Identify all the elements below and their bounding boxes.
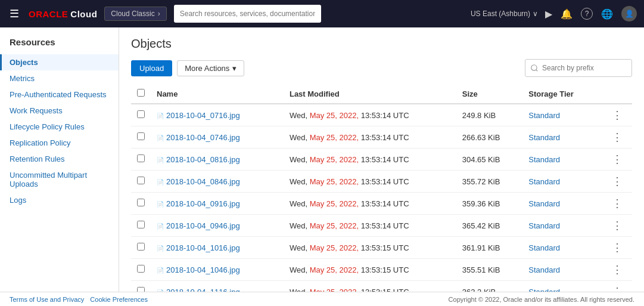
row-checkbox[interactable] — [137, 287, 145, 292]
storage-tier: Standard — [522, 215, 602, 237]
row-checkbox[interactable] — [137, 199, 145, 206]
row-actions-button[interactable]: ⋮ — [608, 130, 626, 144]
more-actions-button[interactable]: More Actions ▾ — [177, 60, 244, 76]
tier-value: Standard — [528, 133, 560, 142]
file-name-link[interactable]: 2018-10-04_0716.jpg — [166, 111, 240, 120]
footer: Terms of Use and Privacy Cookie Preferen… — [0, 292, 644, 306]
sidebar-item-replication[interactable]: Replication Policy — [0, 135, 119, 151]
tier-value: Standard — [528, 111, 560, 120]
dropdown-arrow-icon: ▾ — [232, 64, 237, 73]
row-actions-button[interactable]: ⋮ — [608, 108, 626, 122]
row-checkbox[interactable] — [137, 265, 145, 273]
search-prefix-input[interactable] — [525, 59, 632, 77]
cloud-classic-pill[interactable]: Cloud Classic › — [104, 7, 166, 21]
row-checkbox[interactable] — [137, 154, 145, 162]
row-actions-button[interactable]: ⋮ — [608, 285, 626, 292]
table-header-row: Name Last Modified Size Storage Tier — [131, 84, 632, 104]
modified-prefix: Wed, — [290, 111, 310, 120]
table-row: 📄2018-10-04_0946.jpgWed, May 25, 2022, 1… — [131, 215, 632, 237]
top-nav: ☰ ORACLE Cloud Cloud Classic › US East (… — [0, 0, 644, 27]
file-name-link[interactable]: 2018-10-04_1016.jpg — [166, 243, 240, 252]
language-icon[interactable]: 🌐 — [601, 8, 613, 20]
modified-time: 13:53:14 UTC — [359, 111, 409, 120]
file-name-link[interactable]: 2018-10-04_0916.jpg — [166, 199, 240, 208]
sidebar-item-metrics[interactable]: Metrics — [0, 70, 119, 86]
storage-tier: Standard — [522, 171, 602, 193]
help-icon[interactable]: ? — [581, 8, 593, 20]
file-name-link[interactable]: 2018-10-04_0816.jpg — [166, 155, 240, 164]
sidebar-item-pre-auth[interactable]: Pre-Authenticated Requests — [0, 86, 119, 103]
storage-tier: Standard — [522, 193, 602, 215]
page-title: Objects — [131, 37, 632, 51]
row-actions-button[interactable]: ⋮ — [608, 196, 626, 211]
sidebar-item-uncommitted[interactable]: Uncommitted Multipart Uploads — [0, 167, 119, 192]
row-checkbox[interactable] — [137, 221, 145, 228]
main-layout: Resources Objects Metrics Pre-Authentica… — [0, 27, 644, 292]
hamburger-icon[interactable]: ☰ — [7, 5, 21, 23]
file-icon: 📄 — [157, 201, 164, 208]
file-size: 361.91 KiB — [456, 237, 522, 259]
col-header-name: Name — [151, 84, 284, 104]
tier-value: Standard — [528, 177, 560, 186]
modified-prefix: Wed, — [290, 265, 310, 274]
file-size: 304.65 KiB — [456, 149, 522, 171]
file-icon: 📄 — [157, 113, 164, 119]
file-icon: 📄 — [157, 157, 164, 163]
sidebar-item-retention[interactable]: Retention Rules — [0, 151, 119, 167]
modified-date: May 25, 2022, — [310, 221, 359, 230]
cookie-link[interactable]: Cookie Preferences — [90, 296, 148, 303]
select-all-checkbox[interactable] — [137, 89, 145, 97]
file-name-link[interactable]: 2018-10-04_0746.jpg — [166, 133, 240, 142]
col-header-size: Size — [456, 84, 522, 104]
file-icon: 📄 — [157, 245, 164, 252]
table-row: 📄2018-10-04_1016.jpgWed, May 25, 2022, 1… — [131, 237, 632, 259]
modified-prefix: Wed, — [290, 288, 310, 292]
modified-time: 13:53:14 UTC — [359, 221, 409, 230]
row-actions-button[interactable]: ⋮ — [608, 152, 626, 166]
modified-date: May 25, 2022, — [310, 177, 359, 186]
region-selector[interactable]: US East (Ashburn) ∨ — [471, 10, 538, 18]
nav-icon-group: ▶ 🔔 ? 🌐 👤 — [545, 6, 637, 21]
file-name-link[interactable]: 2018-10-04_0846.jpg — [166, 177, 240, 186]
cloud-shell-icon[interactable]: ▶ — [545, 8, 552, 20]
avatar[interactable]: 👤 — [621, 6, 637, 21]
file-name-link[interactable]: 2018-10-04_1046.jpg — [166, 265, 240, 274]
tier-value: Standard — [528, 155, 560, 164]
table-row: 📄2018-10-04_0746.jpgWed, May 25, 2022, 1… — [131, 126, 632, 149]
storage-tier: Standard — [522, 259, 602, 281]
sidebar-item-lifecycle[interactable]: Lifecycle Policy Rules — [0, 119, 119, 135]
sidebar-item-logs[interactable]: Logs — [0, 192, 119, 208]
terms-link[interactable]: Terms of Use and Privacy — [10, 296, 84, 303]
col-header-tier: Storage Tier — [522, 84, 602, 104]
row-checkbox[interactable] — [137, 243, 145, 251]
global-search-input[interactable] — [174, 5, 321, 23]
notifications-icon[interactable]: 🔔 — [561, 8, 573, 20]
row-actions-button[interactable]: ⋮ — [608, 262, 626, 277]
row-checkbox[interactable] — [137, 132, 145, 140]
row-actions-button[interactable]: ⋮ — [608, 174, 626, 188]
tier-value: Standard — [528, 221, 560, 230]
upload-button[interactable]: Upload — [131, 60, 172, 76]
main-content: Objects Upload More Actions ▾ Name Last … — [119, 27, 644, 292]
storage-tier: Standard — [522, 149, 602, 171]
tier-value: Standard — [528, 265, 560, 274]
file-size: 249.8 KiB — [456, 104, 522, 126]
col-header-actions — [602, 84, 632, 104]
file-name-link[interactable]: 2018-10-04_0946.jpg — [166, 221, 240, 230]
modified-time: 13:53:14 UTC — [359, 155, 409, 164]
file-name-link[interactable]: 2018-10-04_1116.jpg — [166, 288, 240, 292]
modified-time: 13:53:14 UTC — [359, 133, 409, 142]
row-checkbox[interactable] — [137, 110, 145, 118]
row-actions-button[interactable]: ⋮ — [608, 240, 626, 255]
storage-tier: Standard — [522, 126, 602, 149]
region-chevron-icon: ∨ — [533, 10, 538, 18]
modified-prefix: Wed, — [290, 177, 310, 186]
row-checkbox[interactable] — [137, 177, 145, 184]
sidebar-item-work-requests[interactable]: Work Requests — [0, 103, 119, 119]
row-actions-button[interactable]: ⋮ — [608, 218, 626, 233]
file-size: 355.72 KiB — [456, 171, 522, 193]
table-row: 📄2018-10-04_0716.jpgWed, May 25, 2022, 1… — [131, 104, 632, 126]
sidebar-item-objects[interactable]: Objects — [0, 54, 119, 70]
modified-date: May 25, 2022, — [310, 243, 359, 252]
modified-date: May 25, 2022, — [310, 111, 359, 120]
